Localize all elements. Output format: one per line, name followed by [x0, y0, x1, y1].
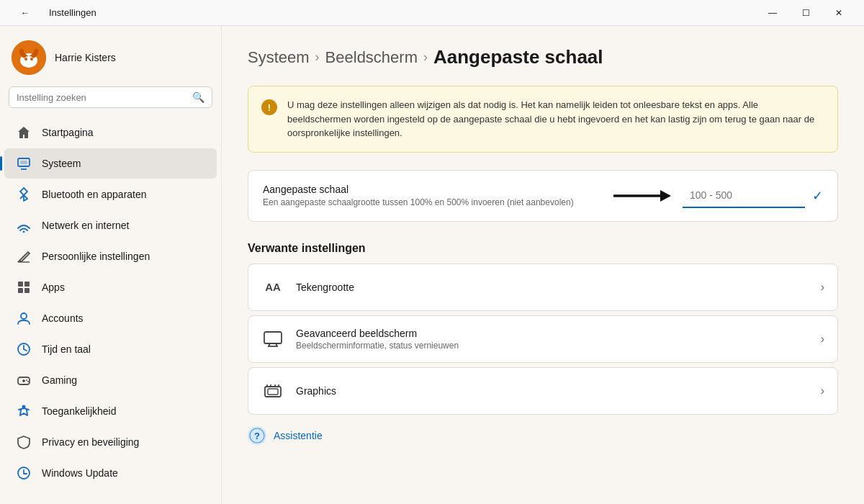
- geavanceerd-content: Geavanceerd beeldscherm Beeldscherminfor…: [296, 328, 809, 351]
- minimize-button[interactable]: —: [756, 0, 789, 26]
- svg-point-8: [23, 231, 25, 233]
- sidebar-item-systeem[interactable]: Systeem: [4, 148, 217, 179]
- graphics-title: Graphics: [296, 385, 809, 397]
- search-input[interactable]: [17, 92, 186, 103]
- sidebar-item-label-toegankelijkheid: Toegankelijkheid: [42, 405, 117, 417]
- related-settings-title: Verwante instellingen: [248, 242, 838, 255]
- svg-rect-12: [18, 288, 23, 293]
- svg-rect-27: [264, 332, 282, 343]
- sidebar-item-apps[interactable]: Apps: [4, 272, 217, 302]
- breadcrumb: Systeem › Beeldscherm › Aangepaste schaa…: [248, 46, 838, 68]
- systeem-icon: [16, 156, 32, 171]
- user-profile: Harrie Kisters: [0, 35, 221, 86]
- startpagina-icon: [16, 125, 32, 140]
- titlebar: ← Instellingen — ☐ ✕: [0, 0, 864, 26]
- sidebar-item-windowsupdate[interactable]: Windows Update: [4, 458, 217, 488]
- accounts-icon: [16, 310, 32, 326]
- sidebar-item-label-systeem: Systeem: [42, 158, 81, 169]
- sidebar-nav: StartpaginaSysteemBluetooth en apparaten…: [0, 117, 221, 489]
- bluetooth-icon: [16, 186, 32, 202]
- tekengrootte-icon: AA: [261, 276, 284, 299]
- toegankelijkheid-icon: [16, 403, 32, 419]
- assistentie-label: Assistentie: [274, 430, 323, 441]
- sidebar-item-startpagina[interactable]: Startpagina: [4, 117, 217, 148]
- scale-arrow: [613, 185, 671, 207]
- sidebar-item-label-persoonlijk: Persoonlijke instellingen: [42, 251, 150, 262]
- warning-text: U mag deze instellingen alleen wijzigen …: [287, 98, 824, 140]
- svg-point-21: [26, 379, 27, 381]
- close-button[interactable]: ✕: [822, 0, 855, 26]
- windowsupdate-icon: [16, 465, 32, 481]
- graphics-content: Graphics: [296, 385, 809, 397]
- gaming-icon: [16, 372, 32, 388]
- sidebar-item-label-tijd: Tijd en taal: [42, 343, 91, 355]
- tekengrootte-chevron: ›: [821, 281, 824, 294]
- svg-rect-31: [265, 387, 281, 397]
- related-settings: Verwante instellingen AA Tekengrootte ›: [248, 242, 838, 415]
- titlebar-controls: — ☐ ✕: [756, 0, 855, 26]
- svg-point-4: [30, 58, 33, 60]
- svg-line-17: [24, 349, 27, 351]
- sidebar-item-label-bluetooth: Bluetooth en apparaten: [42, 189, 147, 200]
- app-container: Harrie Kisters 🔍 StartpaginaSysteemBluet…: [0, 26, 864, 504]
- setting-row-geavanceerd[interactable]: Geavanceerd beeldscherm Beeldscherminfor…: [248, 315, 838, 363]
- apps-icon: [16, 279, 32, 295]
- sidebar-item-tijd[interactable]: Tijd en taal: [4, 334, 217, 364]
- sidebar-item-label-privacy: Privacy en beveiliging: [42, 436, 139, 448]
- arrow-icon: [613, 185, 671, 207]
- scale-input[interactable]: [683, 184, 805, 208]
- breadcrumb-beeldscherm[interactable]: Beeldscherm: [325, 48, 418, 67]
- assistentie-link[interactable]: ? Assistentie: [248, 426, 838, 445]
- maximize-button[interactable]: ☐: [789, 0, 822, 26]
- svg-point-2: [23, 56, 35, 66]
- svg-rect-11: [24, 282, 30, 287]
- breadcrumb-systeem[interactable]: Systeem: [248, 48, 310, 67]
- monitor-icon: [261, 328, 284, 351]
- breadcrumb-sep-2: ›: [423, 50, 428, 65]
- user-name: Harrie Kisters: [55, 52, 116, 63]
- scale-info: Aangepaste schaal Een aangepaste schaalg…: [263, 184, 602, 207]
- search-container: 🔍: [0, 86, 221, 117]
- tekengrootte-title: Tekengrootte: [296, 282, 809, 293]
- breadcrumb-current: Aangepaste schaal: [433, 46, 603, 68]
- assistentie-icon: ?: [248, 426, 266, 445]
- tijd-icon: [16, 341, 32, 357]
- sidebar-item-toegankelijkheid[interactable]: Toegankelijkheid: [4, 396, 217, 426]
- sidebar-item-netwerk[interactable]: Netwerk en internet: [4, 210, 217, 240]
- sidebar-item-accounts[interactable]: Accounts: [4, 303, 217, 333]
- content-area: Systeem › Beeldscherm › Aangepaste schaa…: [222, 26, 864, 504]
- netwerk-icon: [16, 217, 32, 233]
- back-button[interactable]: ←: [9, 0, 42, 26]
- sidebar-item-privacy[interactable]: Privacy en beveiliging: [4, 427, 217, 457]
- sidebar-item-gaming[interactable]: Gaming: [4, 365, 217, 395]
- geavanceerd-title: Geavanceerd beeldscherm: [296, 328, 809, 339]
- sidebar-item-bluetooth[interactable]: Bluetooth en apparaten: [4, 179, 217, 210]
- tekengrootte-content: Tekengrootte: [296, 282, 809, 293]
- scale-title: Aangepaste schaal: [263, 184, 602, 195]
- setting-row-graphics[interactable]: Graphics ›: [248, 367, 838, 415]
- gpu-icon: [261, 379, 284, 402]
- breadcrumb-sep-1: ›: [315, 50, 320, 65]
- graphics-chevron: ›: [821, 384, 824, 397]
- svg-text:?: ?: [254, 431, 260, 441]
- scale-check-button[interactable]: ✓: [812, 188, 823, 204]
- svg-rect-10: [18, 282, 23, 287]
- sidebar-item-label-startpagina: Startpagina: [42, 127, 94, 138]
- sidebar-item-label-gaming: Gaming: [42, 374, 77, 386]
- sidebar-item-persoonlijk[interactable]: Persoonlijke instellingen: [4, 241, 217, 271]
- setting-row-tekengrootte[interactable]: AA Tekengrootte ›: [248, 264, 838, 311]
- search-box[interactable]: 🔍: [9, 86, 212, 108]
- geavanceerd-subtitle: Beeldscherminformatie, status vernieuwen: [296, 341, 809, 351]
- svg-rect-32: [268, 389, 278, 395]
- avatar-logo: [12, 40, 46, 75]
- sidebar-item-label-accounts: Accounts: [42, 312, 84, 324]
- sidebar: Harrie Kisters 🔍 StartpaginaSysteemBluet…: [0, 26, 222, 504]
- sidebar-item-label-windowsupdate: Windows Update: [42, 467, 118, 479]
- warning-box: ! U mag deze instellingen alleen wijzige…: [248, 86, 838, 153]
- scale-section: Aangepaste schaal Een aangepaste schaalg…: [248, 170, 838, 222]
- geavanceerd-chevron: ›: [821, 333, 824, 346]
- svg-point-22: [27, 381, 29, 382]
- sidebar-item-label-netwerk: Netwerk en internet: [42, 220, 129, 231]
- svg-marker-26: [660, 190, 671, 202]
- svg-rect-13: [24, 288, 30, 293]
